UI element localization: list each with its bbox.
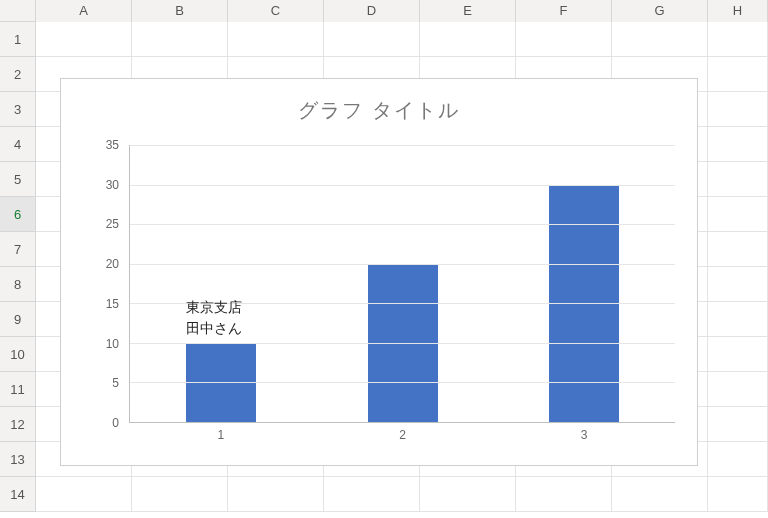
y-tick-label: 25 bbox=[89, 217, 119, 231]
column-headers: ABCDEFGH bbox=[0, 0, 768, 22]
cell-H1[interactable] bbox=[708, 22, 768, 57]
plot-area[interactable]: 123 東京支店 田中さん bbox=[129, 145, 675, 423]
cell-H12[interactable] bbox=[708, 407, 768, 442]
gridline bbox=[130, 382, 675, 383]
cell-H14[interactable] bbox=[708, 477, 768, 512]
y-tick-label: 20 bbox=[89, 257, 119, 271]
y-tick-label: 10 bbox=[89, 337, 119, 351]
x-tick-label: 2 bbox=[399, 428, 406, 442]
column-header-D[interactable]: D bbox=[324, 0, 420, 22]
bar-slot: 2 bbox=[312, 145, 494, 422]
row-header-6[interactable]: 6 bbox=[0, 197, 36, 232]
column-header-H[interactable]: H bbox=[708, 0, 768, 22]
cell-B14[interactable] bbox=[132, 477, 228, 512]
column-header-F[interactable]: F bbox=[516, 0, 612, 22]
cell-G14[interactable] bbox=[612, 477, 708, 512]
row-header-12[interactable]: 12 bbox=[0, 407, 36, 442]
column-header-E[interactable]: E bbox=[420, 0, 516, 22]
cell-D14[interactable] bbox=[324, 477, 420, 512]
row-header-3[interactable]: 3 bbox=[0, 92, 36, 127]
select-all-corner[interactable] bbox=[0, 0, 36, 22]
cell-H13[interactable] bbox=[708, 442, 768, 477]
cell-F14[interactable] bbox=[516, 477, 612, 512]
x-tick-label: 1 bbox=[217, 428, 224, 442]
cell-H7[interactable] bbox=[708, 232, 768, 267]
cell-C1[interactable] bbox=[228, 22, 324, 57]
spreadsheet-root: ABCDEFGH 1234567891011121314 グラフ タイトル 05… bbox=[0, 0, 768, 518]
bar-slot: 3 bbox=[493, 145, 675, 422]
column-header-A[interactable]: A bbox=[36, 0, 132, 22]
cell-D1[interactable] bbox=[324, 22, 420, 57]
column-header-B[interactable]: B bbox=[132, 0, 228, 22]
cell-F1[interactable] bbox=[516, 22, 612, 57]
cell-G1[interactable] bbox=[612, 22, 708, 57]
cell-H4[interactable] bbox=[708, 127, 768, 162]
cell-H11[interactable] bbox=[708, 372, 768, 407]
cell-C14[interactable] bbox=[228, 477, 324, 512]
bar-slot: 1 bbox=[130, 145, 312, 422]
cell-H9[interactable] bbox=[708, 302, 768, 337]
gridline bbox=[130, 185, 675, 186]
y-tick-label: 15 bbox=[89, 297, 119, 311]
row-header-8[interactable]: 8 bbox=[0, 267, 36, 302]
row-header-10[interactable]: 10 bbox=[0, 337, 36, 372]
cell-A14[interactable] bbox=[36, 477, 132, 512]
row-header-4[interactable]: 4 bbox=[0, 127, 36, 162]
cell-A1[interactable] bbox=[36, 22, 132, 57]
chart-title[interactable]: グラフ タイトル bbox=[61, 79, 697, 127]
embedded-chart[interactable]: グラフ タイトル 05101520253035 123 東京支店 田中さん bbox=[60, 78, 698, 466]
row-header-5[interactable]: 5 bbox=[0, 162, 36, 197]
column-header-G[interactable]: G bbox=[612, 0, 708, 22]
row-header-7[interactable]: 7 bbox=[0, 232, 36, 267]
y-tick-label: 5 bbox=[89, 376, 119, 390]
cell-H10[interactable] bbox=[708, 337, 768, 372]
y-tick-label: 35 bbox=[89, 138, 119, 152]
gridline bbox=[130, 264, 675, 265]
y-axis: 05101520253035 bbox=[89, 145, 119, 423]
x-tick-label: 3 bbox=[581, 428, 588, 442]
y-tick-label: 30 bbox=[89, 178, 119, 192]
cell-E1[interactable] bbox=[420, 22, 516, 57]
plot-area-wrap: 05101520253035 123 東京支店 田中さん bbox=[89, 145, 675, 423]
column-header-C[interactable]: C bbox=[228, 0, 324, 22]
row-headers: 1234567891011121314 bbox=[0, 22, 36, 512]
data-label[interactable]: 東京支店 田中さん bbox=[186, 297, 242, 339]
row-header-11[interactable]: 11 bbox=[0, 372, 36, 407]
cell-H6[interactable] bbox=[708, 197, 768, 232]
cell-B1[interactable] bbox=[132, 22, 228, 57]
row-header-14[interactable]: 14 bbox=[0, 477, 36, 512]
gridline bbox=[130, 343, 675, 344]
row-header-9[interactable]: 9 bbox=[0, 302, 36, 337]
row-header-2[interactable]: 2 bbox=[0, 57, 36, 92]
gridline bbox=[130, 224, 675, 225]
cell-H5[interactable] bbox=[708, 162, 768, 197]
cell-E14[interactable] bbox=[420, 477, 516, 512]
row-header-1[interactable]: 1 bbox=[0, 22, 36, 57]
cell-H3[interactable] bbox=[708, 92, 768, 127]
cell-H8[interactable] bbox=[708, 267, 768, 302]
y-tick-label: 0 bbox=[89, 416, 119, 430]
bars-container: 123 bbox=[130, 145, 675, 422]
gridline bbox=[130, 145, 675, 146]
row-header-13[interactable]: 13 bbox=[0, 442, 36, 477]
cell-H2[interactable] bbox=[708, 57, 768, 92]
